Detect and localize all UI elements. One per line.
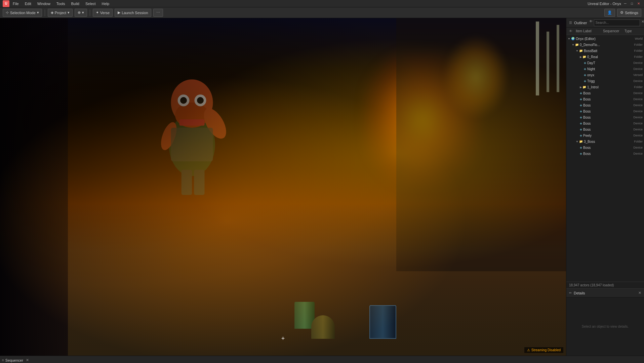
tree-item-boss3[interactable]: ◈ Boss Device xyxy=(566,102,644,108)
viewport[interactable]: + ⚠ Streaming Disabled xyxy=(0,18,566,356)
details-header: ✏ Details ✕ xyxy=(566,289,644,297)
toolbar-more-btn[interactable]: ⋯ xyxy=(153,9,163,17)
tree-type: Device xyxy=(633,146,643,149)
toolbar-settings-btn[interactable]: ⚙ Settings xyxy=(617,9,641,17)
tree-item-boss2[interactable]: ◈ Boss Device xyxy=(566,96,644,102)
folder-icon: 📁 xyxy=(575,43,579,46)
menu-help[interactable]: Help xyxy=(99,1,112,6)
extra-icon: ⊕ xyxy=(78,10,81,15)
tree-expand-arrow: ▶ xyxy=(580,55,582,58)
tree-item-peely[interactable]: ◈ Peely Device xyxy=(566,132,644,138)
menu-file[interactable]: File xyxy=(10,1,22,6)
sequencer-icon: ≡ xyxy=(2,358,4,362)
tree-type: Folder xyxy=(634,43,643,46)
tree-item-boss5[interactable]: ◈ Boss Device xyxy=(566,114,644,120)
tree-item-onyx-editor[interactable]: ▼ 🌍 Onyx (Editor) World xyxy=(566,36,644,42)
device-icon: ◈ xyxy=(580,128,582,131)
tree-type: Device xyxy=(633,134,643,137)
menu-edit[interactable]: Edit xyxy=(22,1,34,6)
app-icon: U xyxy=(3,0,9,7)
chevron-down-icon: ▾ xyxy=(37,10,39,15)
col-sequencer: Sequencer xyxy=(603,29,623,33)
outliner-search-input[interactable] xyxy=(594,19,640,26)
tree-label: BossBatt xyxy=(584,49,597,53)
tree-label: Onyx (Editor) xyxy=(576,37,596,41)
tree-item-bossbatt[interactable]: ▼ 📁 BossBatt Folder xyxy=(566,48,644,54)
title-bar-right: Unreal Editor - Onyx ─ □ ✕ xyxy=(588,1,641,6)
tree-item-boss-sub2[interactable]: ◈ Boss Device xyxy=(566,151,644,157)
device-icon: ◈ xyxy=(584,67,586,71)
tree-item-night[interactable]: ◈ Night Device xyxy=(566,66,644,72)
selection-mode-label: Selection Mode xyxy=(10,11,36,15)
toolbar-separator-1 xyxy=(45,9,45,16)
menu-build[interactable]: Build xyxy=(69,1,82,6)
tree-item-onyx[interactable]: ◈ onyx Versed xyxy=(566,72,644,78)
menu-window[interactable]: Window xyxy=(35,1,53,6)
tree-item-boss4[interactable]: ◈ Boss Device xyxy=(566,108,644,114)
tree-expand-arrow: ▶ xyxy=(580,86,582,89)
details-empty-text: Select an object to view details. xyxy=(582,325,629,328)
minimize-button[interactable]: ─ xyxy=(622,1,628,6)
tree-label: Night xyxy=(587,67,595,71)
close-button[interactable]: ✕ xyxy=(636,1,641,6)
tree-type: World xyxy=(635,37,643,40)
tree-label: Boss xyxy=(583,152,591,156)
col-type: Type xyxy=(625,29,641,33)
tree-expand-arrow: ▼ xyxy=(572,43,574,46)
toolbar-project-btn[interactable]: ◈ Project ▾ xyxy=(48,9,73,17)
device-icon: ◈ xyxy=(580,97,582,101)
tree-item-boss6[interactable]: ◈ Boss Device xyxy=(566,120,644,126)
menu-tools[interactable]: Tools xyxy=(54,1,68,6)
toolbar-separator-2 xyxy=(90,9,90,16)
toolbar-verse-btn[interactable]: ✦ Verse xyxy=(93,9,113,17)
tree-item-0real[interactable]: ▶ 📁 0_Real Folder xyxy=(566,54,644,60)
tree-item-trigg[interactable]: ◈ Trigg Device xyxy=(566,78,644,84)
tree-label: Boss xyxy=(583,116,591,119)
settings-icon: ⚙ xyxy=(620,10,623,15)
eye-icon[interactable]: 👁 xyxy=(589,19,593,26)
play-icon: ▶ xyxy=(118,10,120,15)
tree-item-demoflo[interactable]: ▼ 📁 0_DemoFlo... Folder xyxy=(566,42,644,48)
folder-icon: 📁 xyxy=(579,49,583,52)
verse-label: Verse xyxy=(100,11,110,15)
sequencer-header: ≡ Sequencer ✕ xyxy=(0,356,644,363)
tree-item-3boss[interactable]: ▼ 📁 3_Boss Folder xyxy=(566,138,644,145)
actor-count: 18,947 actors (18,947 loaded) xyxy=(566,282,644,288)
warning-icon: ⚠ xyxy=(527,348,530,352)
details-close-icon[interactable]: ✕ xyxy=(638,291,641,295)
tree-item-1introl[interactable]: ▶ 📁 1_IntroI Folder xyxy=(566,84,644,90)
sequencer-close-icon[interactable]: ✕ xyxy=(26,358,29,362)
tree-item-boss1[interactable]: ◈ Boss Device xyxy=(566,90,644,96)
toolbar-mode-btn[interactable]: ⊹ Selection Mode ▾ xyxy=(3,9,42,17)
folder-icon: 📁 xyxy=(582,55,586,58)
device-icon: ◈ xyxy=(580,104,582,107)
menu-select[interactable]: Select xyxy=(83,1,98,6)
tree-label: 1_IntroI xyxy=(587,85,599,89)
tree-item-boss7[interactable]: ◈ Boss Device xyxy=(566,126,644,132)
details-content: Select an object to view details. xyxy=(566,297,644,356)
device-icon: ◈ xyxy=(584,79,586,83)
streaming-disabled-badge: ⚠ Streaming Disabled xyxy=(524,347,563,353)
tree-type: Device xyxy=(633,91,643,95)
sequencer-panel: ≡ Sequencer ✕ + 📷 ↺ ↻ 〜 ▦ ⬦ ⌖ N 24 fps ▲… xyxy=(0,356,644,363)
tree-label: Boss xyxy=(583,104,591,107)
device-icon: ◈ xyxy=(580,91,582,95)
tree-label: Boss xyxy=(583,146,591,150)
tree-label: Boss xyxy=(583,110,591,113)
tree-type: Folder xyxy=(634,140,643,143)
outliner-header: ☰ Outliner 👁 ✕ xyxy=(566,18,644,28)
toolbar-account-btn[interactable]: 👤 xyxy=(604,9,615,17)
launch-label: Launch Session xyxy=(122,11,148,15)
toolbar-extra-btn[interactable]: ⊕ ▾ xyxy=(75,9,87,17)
outliner-columns: 👁 Item Label Sequencer Type xyxy=(566,28,644,35)
device-icon: ◈ xyxy=(584,73,586,77)
chevron-down-icon-2: ▾ xyxy=(68,10,70,15)
toolbar-launch-btn[interactable]: ▶ Launch Session xyxy=(115,9,151,17)
folder-icon: 📁 xyxy=(582,85,586,89)
col-eye-icon: 👁 xyxy=(569,29,574,33)
tree-item-boss-sub1[interactable]: ◈ Boss Device xyxy=(566,145,644,151)
tree-item-dayt[interactable]: ◈ DayT Device xyxy=(566,60,644,66)
outliner-close-icon[interactable]: ✕ xyxy=(641,19,644,26)
maximize-button[interactable]: □ xyxy=(629,1,635,6)
tree-expand-arrow: ▼ xyxy=(576,49,578,52)
